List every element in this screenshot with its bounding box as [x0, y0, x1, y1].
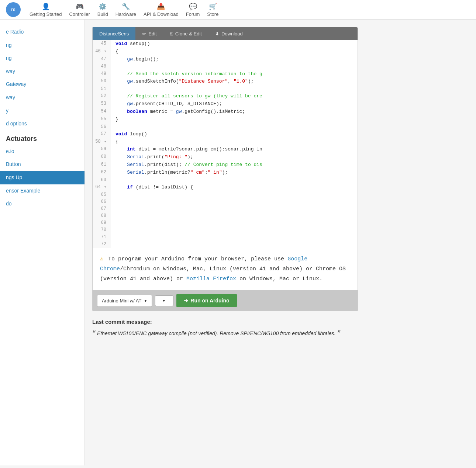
tab-download[interactable]: ⬇ Download [208, 27, 249, 40]
code-line-72: 72 [93, 241, 358, 248]
getting-started-icon: 👤 [42, 3, 50, 11]
sidebar: e Radio ng ng way Gateway way y d option… [0, 20, 85, 465]
code-line-69: 69 [93, 219, 358, 226]
tab-bar: DistanceSens ✏ Edit ⎘ Clone & Edit ⬇ Dow… [93, 27, 358, 40]
code-line-53: 53 gw.present(CHILD_ID, S_DISTANCE); [93, 100, 358, 108]
code-line-45: 45 void setup() [93, 40, 358, 48]
code-wrapper: 45 void setup() 46 ▾ { 47 gw.begin(); [93, 40, 358, 311]
clone-icon: ⎘ [170, 31, 173, 37]
logo: rs [6, 2, 21, 17]
commit-title: Last commit message: [92, 319, 358, 325]
code-line-68: 68 [93, 212, 358, 219]
sidebar-item-eio[interactable]: e.io [0, 145, 84, 158]
sidebar-item-y[interactable]: y [0, 104, 84, 118]
nav-items: 👤 Getting Started 🎮 Controller ⚙️ Build … [30, 3, 218, 17]
sidebar-section-actuators: Actuators [0, 131, 84, 145]
code-line-52: 52 // Register all sensors to gw (they w… [93, 93, 358, 100]
code-line-62: 62 Serial.println(metric?" cm":" in"); [93, 169, 358, 177]
logo-area: rs [6, 2, 21, 17]
nav-item-store[interactable]: 🛒 Store [207, 3, 218, 17]
code-area: 45 void setup() 46 ▾ { 47 gw.begin(); [93, 40, 358, 290]
port-chevron-icon: ▼ [162, 299, 166, 303]
warning-icon: ⚠ [100, 256, 103, 262]
controller-icon: 🎮 [76, 3, 84, 11]
nav-item-controller[interactable]: 🎮 Controller [69, 3, 90, 17]
hardware-icon: 🔧 [122, 3, 130, 11]
run-arrow-icon: ➜ [184, 298, 188, 304]
code-line-51: 51 [93, 86, 358, 93]
build-icon: ⚙️ [99, 3, 107, 11]
content-area: DistanceSens ✏ Edit ⎘ Clone & Edit ⬇ Dow… [85, 20, 476, 465]
code-line-50: 50 gw.sendSketchInfo("Distance Sensor", … [93, 78, 358, 86]
nav-item-getting-started[interactable]: 👤 Getting Started [30, 3, 62, 17]
nav-item-api-download[interactable]: 📥 API & Download [144, 3, 179, 17]
code-line-59: 59 int dist = metric?sonar.ping_cm():son… [93, 146, 358, 153]
code-line-67: 67 [93, 205, 358, 212]
sidebar-item-ng1[interactable]: ng [0, 39, 84, 52]
sidebar-item-gateway[interactable]: Gateway [0, 78, 84, 91]
code-line-46: 46 ▾ { [93, 48, 358, 56]
port-select[interactable]: ▼ [155, 295, 173, 306]
board-chevron-icon: ▼ [144, 299, 147, 303]
code-line-60: 60 Serial.print("Ping: "); [93, 153, 358, 161]
code-line-48: 48 [93, 63, 358, 70]
bottom-toolbar: Arduino Mini w/ AT ▼ ▼ ➜ Run on Arduino [93, 290, 358, 311]
sidebar-item-radio[interactable]: e Radio [0, 25, 84, 39]
tab-clone-edit[interactable]: ⎘ Clone & Edit [163, 27, 208, 40]
code-line-71: 71 [93, 234, 358, 241]
close-quote-icon: ” [337, 329, 340, 337]
code-line-64: 64 ▾ if (dist != lastDist) { [93, 184, 358, 191]
nav-item-hardware[interactable]: 🔧 Hardware [115, 3, 136, 17]
code-line-55: 55 } [93, 116, 358, 124]
commit-section: Last commit message: “ Ethernet W5100/EN… [92, 319, 358, 339]
sidebar-item-ngs-up[interactable]: ngs Up [0, 171, 84, 184]
sidebar-item-ng2[interactable]: ng [0, 52, 84, 65]
forum-icon: 💬 [189, 3, 197, 11]
store-icon: 🛒 [209, 3, 217, 11]
code-line-47: 47 gw.begin(); [93, 56, 358, 63]
code-line-70: 70 [93, 226, 358, 233]
firefox-link[interactable]: Mozilla Firefox [186, 276, 236, 282]
code-line-58: 58 ▾ { [93, 138, 358, 146]
code-line-63: 63 [93, 177, 358, 184]
board-select[interactable]: Arduino Mini w/ AT ▼ [97, 295, 152, 307]
code-line-54: 54 boolean metric = gw.getConfig().isMet… [93, 108, 358, 116]
warning-overlay: ⚠ To program your Arduino from your brow… [93, 248, 358, 290]
api-download-icon: 📥 [157, 3, 165, 11]
top-navigation: rs 👤 Getting Started 🎮 Controller ⚙️ Bui… [0, 0, 476, 20]
tab-distance-sens[interactable]: DistanceSens [93, 27, 135, 40]
editor-panel: DistanceSens ✏ Edit ⎘ Clone & Edit ⬇ Dow… [92, 27, 358, 311]
sidebar-item-way[interactable]: way [0, 65, 84, 78]
code-line-65: 65 [93, 191, 358, 198]
tab-edit[interactable]: ✏ Edit [135, 27, 163, 40]
download-icon: ⬇ [215, 31, 219, 37]
code-line-61: 61 Serial.print(dist); // Convert ping t… [93, 161, 358, 169]
code-line-66: 66 [93, 198, 358, 205]
sidebar-item-button[interactable]: Button [0, 158, 84, 171]
commit-message: “ Ethernet W5100/ENC gateway compile (no… [92, 328, 358, 339]
warning-text: ⚠ To program your Arduino from your brow… [100, 254, 350, 284]
code-line-56: 56 [93, 124, 358, 131]
nav-item-build[interactable]: ⚙️ Build [97, 3, 108, 17]
main-layout: e Radio ng ng way Gateway way y d option… [0, 20, 476, 465]
open-quote-icon: “ [92, 329, 96, 337]
sidebar-item-way2[interactable]: way [0, 91, 84, 104]
edit-icon: ✏ [142, 31, 146, 37]
nav-item-forum[interactable]: 💬 Forum [186, 3, 200, 17]
sidebar-item-sensor-example[interactable]: ensor Example [0, 184, 84, 198]
run-on-arduino-button[interactable]: ➜ Run on Arduino [176, 294, 237, 307]
code-line-49: 49 // Send the sketch version informatio… [93, 70, 358, 78]
code-line-57: 57 void loop() [93, 131, 358, 138]
sidebar-item-options[interactable]: d options [0, 117, 84, 131]
sidebar-item-do[interactable]: do [0, 197, 84, 211]
